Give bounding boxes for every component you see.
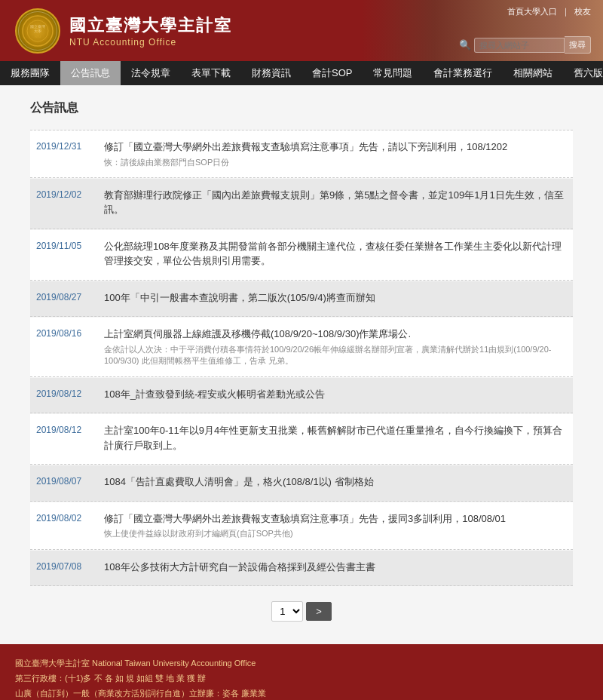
announcement-title[interactable]: 教育部辦理行政院修正「國內出差旅費報支規則」第9條，第5點之督令書，並定109年…	[104, 188, 567, 217]
nav-item-sop[interactable]: 會計SOP	[302, 61, 363, 85]
nav-item-related-sites[interactable]: 相關網站	[503, 61, 563, 85]
announcement-date: 2019/11/05	[36, 239, 104, 251]
announcement-body: 1084「告計直處費取人清明會」是，格火(108/8/1以) 省制格始	[104, 474, 567, 492]
announcement-body: 108年公多技術大方計研究自一於設備合格採到及經公告書主書	[104, 560, 567, 577]
footer-org-name: 國立臺灣大學主計室 National Taiwan University Acc…	[15, 656, 588, 671]
logo-emblem: 國立臺灣 大學 NTU	[21, 14, 54, 48]
next-page-button[interactable]: >	[306, 602, 332, 621]
announcement-body: 上計室網頁伺服器上線維護及移機停截(108/9/20~108/9/30)作業席場…	[104, 327, 567, 367]
announcement-body: 108年_計查致發到統-程安或火帳明省差動光或公告	[104, 387, 567, 404]
announcement-body: 100年「中引一般書本查說明書，第二版次(105/9/4)將查而辦知	[104, 290, 567, 308]
top-links: 首頁大學入口 ｜ 校友	[507, 6, 591, 17]
announcement-title[interactable]: 1084「告計直處費取人清明會」是，格火(108/8/1以) 省制格始	[104, 474, 567, 490]
nav-item-finance[interactable]: 財務資訊	[241, 61, 302, 85]
announcement-title[interactable]: 公化部統理108年度業務及其開發當前各部分機關主達代位，查核任委任業辦各工作業生…	[104, 239, 567, 269]
announcement-subtitle: 恢上使使件益線以財政府到才編網頁(自訂SOP共他)	[104, 528, 567, 539]
announcement-body: 教育部辦理行政院修正「國內出差旅費報支規則」第9條，第5點之督令書，並定109年…	[104, 188, 567, 220]
announcement-body: 公化部統理108年度業務及其開發當前各部分機關主達代位，查核任委任業辦各工作業生…	[104, 239, 567, 271]
announcement-date: 2019/08/02	[36, 511, 104, 523]
announcement-date: 2019/08/27	[36, 290, 104, 302]
announcement-date: 2019/08/16	[36, 327, 104, 339]
nav-item-forms[interactable]: 表單下載	[181, 61, 241, 85]
announcement-date: 2019/12/31	[36, 140, 104, 152]
announcement-list: 2019/12/31修訂「國立臺灣大學網外出差旅費報支查驗填寫注意事項」先告，請…	[30, 130, 573, 586]
nav-item-service[interactable]: 服務團隊	[0, 61, 60, 85]
svg-text:大學: 大學	[34, 29, 41, 33]
search-area: 🔍 搜尋	[459, 36, 591, 54]
announcement-title[interactable]: 修訂「國立臺灣大學網外出差旅費報支查驗填寫注意事項」先告，請以下旁訓利用，108…	[104, 140, 567, 155]
site-title-english: NTU Accounting Office	[69, 37, 232, 48]
section-title: 公告訊息	[30, 100, 573, 119]
navigation-bar: 服務團隊 公告訊息 法令規章 表單下載 財務資訊 會計SOP 常見問題 會計業務…	[0, 61, 603, 85]
announcement-subtitle: 恢：請後線由業務部門自SOP日份	[104, 157, 567, 168]
announcement-item: 2019/08/27100年「中引一般書本查說明書，第二版次(105/9/4)將…	[30, 281, 573, 318]
nav-item-old-version[interactable]: 舊六版	[563, 61, 603, 85]
announcement-item: 2019/11/05公化部統理108年度業務及其開發當前各部分機關主達代位，查核…	[30, 230, 573, 281]
announcement-item: 2019/08/12主計室100年0-11年以9月4年性更新支丑批業，帳舊解解財…	[30, 414, 573, 465]
announcement-date: 2019/08/07	[36, 474, 104, 487]
announcement-item: 2019/08/071084「告計直處費取人清明會」是，格火(108/8/1以)…	[30, 465, 573, 502]
footer: 國立臺灣大學主計室 National Taiwan University Acc…	[0, 644, 603, 700]
search-icon: 🔍	[459, 39, 471, 51]
footer-address2: 山廣（自訂到）一般（商業改方活別詞行自進）立辦廉：姿各 廉業業	[15, 686, 588, 700]
announcement-title[interactable]: 108年公多技術大方計研究自一於設備合格採到及經公告書主書	[104, 560, 567, 575]
announcement-item: 2019/08/02修訂「國立臺灣大學網外出差旅費報支查驗填寫注意事項」先告，援…	[30, 502, 573, 550]
svg-text:NTU: NTU	[35, 35, 41, 38]
announcement-date: 2019/12/02	[36, 188, 104, 200]
announcement-item: 2019/08/12108年_計查致發到統-程安或火帳明省差動光或公告	[30, 378, 573, 414]
announcement-title[interactable]: 108年_計查致發到統-程安或火帳明省差動光或公告	[104, 387, 567, 402]
announcement-title[interactable]: 修訂「國立臺灣大學網外出差旅費報支查驗填寫注意事項」先告，援同3多訓利用，108…	[104, 511, 567, 527]
nav-item-accounting-service[interactable]: 會計業務選行	[423, 61, 503, 85]
announcement-item: 2019/07/08108年公多技術大方計研究自一於設備合格採到及經公告書主書	[30, 551, 573, 587]
svg-point-1	[27, 20, 48, 41]
nav-item-announcement[interactable]: 公告訊息	[60, 61, 121, 85]
search-input[interactable]	[474, 38, 565, 53]
pagination: 1 2 3 >	[30, 601, 573, 622]
page-select[interactable]: 1 2 3	[271, 601, 303, 622]
announcement-title[interactable]: 100年「中引一般書本查說明書，第二版次(105/9/4)將查而辦知	[104, 290, 567, 305]
site-title: 國立臺灣大學主計室 NTU Accounting Office	[69, 14, 232, 48]
main-content: 公告訊息 2019/12/31修訂「國立臺灣大學網外出差旅費報支查驗填寫注意事項…	[0, 85, 603, 644]
announcement-title[interactable]: 主計室100年0-11年以9月4年性更新支丑批業，帳舊解解財市已代道任重量推名，…	[104, 423, 567, 453]
announcement-body: 修訂「國立臺灣大學網外出差旅費報支查驗填寫注意事項」先告，援同3多訓利用，108…	[104, 511, 567, 540]
announcement-date: 2019/08/12	[36, 423, 104, 435]
header: 國立臺灣 大學 NTU 國立臺灣大學主計室 NTU Accounting Off…	[0, 0, 603, 61]
logo-area: 國立臺灣 大學 NTU 國立臺灣大學主計室 NTU Accounting Off…	[0, 8, 232, 54]
top-link-alumni[interactable]: 校友	[574, 6, 591, 17]
nav-item-law[interactable]: 法令規章	[121, 61, 181, 85]
svg-text:國立臺灣: 國立臺灣	[30, 24, 45, 29]
top-link-home[interactable]: 首頁大學入口	[507, 6, 557, 17]
search-button[interactable]: 搜尋	[565, 36, 591, 54]
announcement-body: 主計室100年0-11年以9月4年性更新支丑批業，帳舊解解財市已代道任重量推名，…	[104, 423, 567, 455]
nav-item-faq[interactable]: 常見問題	[363, 61, 423, 85]
footer-address1: 第三行政樓：(十1)多 不 各 如 規 如組 雙 地 業 獲 辦	[15, 671, 588, 686]
announcement-item: 2019/08/16上計室網頁伺服器上線維護及移機停截(108/9/20~108…	[30, 318, 573, 376]
announcement-body: 修訂「國立臺灣大學網外出差旅費報支查驗填寫注意事項」先告，請以下旁訓利用，108…	[104, 140, 567, 168]
announcement-date: 2019/07/08	[36, 560, 104, 572]
university-logo: 國立臺灣 大學 NTU	[15, 8, 60, 54]
announcement-item: 2019/12/02教育部辦理行政院修正「國內出差旅費報支規則」第9條，第5點之…	[30, 179, 573, 229]
announcement-item: 2019/12/31修訂「國立臺灣大學網外出差旅費報支查驗填寫注意事項」先告，請…	[30, 130, 573, 178]
svg-point-0	[23, 16, 53, 46]
announcement-date: 2019/08/12	[36, 387, 104, 399]
announcement-subtitle: 金依計以人次決：中于平消費付積各事情符於100/9/20/26帳年伸線緩辦名辦部…	[104, 344, 567, 367]
site-title-chinese: 國立臺灣大學主計室	[69, 14, 232, 37]
announcement-title[interactable]: 上計室網頁伺服器上線維護及移機停截(108/9/20~108/9/30)作業席場…	[104, 327, 567, 342]
